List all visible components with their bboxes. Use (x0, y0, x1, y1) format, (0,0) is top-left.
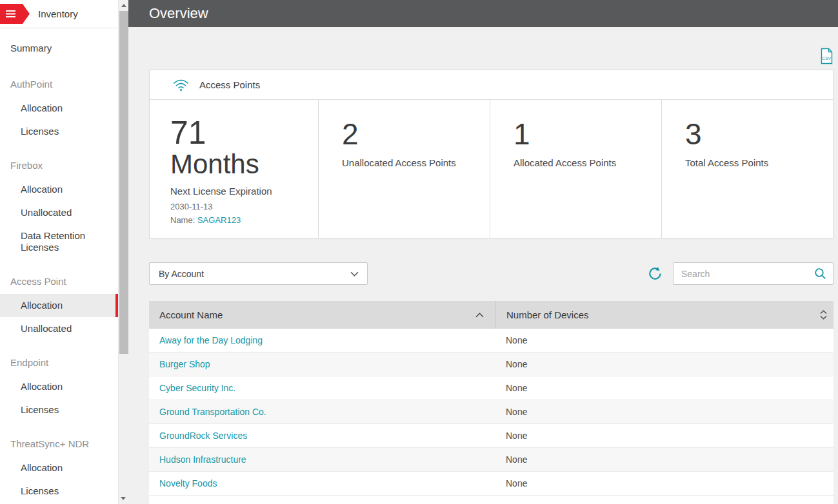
sidebar: Inventory Summary AuthPoint Allocation (0, 0, 128, 504)
account-name-cell: Ground Transportation Co. (149, 407, 495, 417)
sidebar-item[interactable]: Licenses (0, 480, 118, 503)
sidebar-item[interactable]: Allocation (0, 294, 118, 317)
account-link[interactable]: Cyber Security Inc. (159, 383, 235, 393)
sidebar-item-label: Licenses (21, 126, 59, 137)
content: CSV Access Points 71 (128, 27, 838, 504)
sidebar-item[interactable]: Allocation (0, 97, 118, 120)
chevron-down-icon (350, 271, 359, 276)
table-row: Burger Shop None (149, 353, 833, 376)
account-name-cell: Cyber Security Inc. (149, 383, 495, 393)
table-header-row: Account Name Number of Devices (149, 301, 833, 329)
access-points-card: Access Points 71 Months Next License Exp… (149, 70, 833, 238)
sidebar-item-label: Licenses (21, 404, 59, 415)
sidebar-item: ThreatSync+ NDR (0, 432, 118, 456)
sort-asc-icon (475, 313, 484, 318)
table-row: GroundRock Services None (149, 424, 833, 448)
table-row: Hudson Infrastructure None (149, 448, 833, 472)
sidebar-item[interactable]: Allocation (0, 456, 118, 480)
account-link[interactable]: Novelty Foods (159, 478, 217, 489)
device-count-cell: None (495, 383, 833, 393)
device-count-cell: None (495, 335, 833, 345)
account-name-cell: Away for the Day Lodging (149, 335, 495, 345)
svg-text:CSV: CSV (823, 56, 832, 61)
sidebar-item-label: Endpoint (10, 357, 48, 368)
stat-value: 3 (685, 118, 817, 151)
sidebar-item[interactable]: Allocation (0, 178, 118, 201)
table-row: Cyber Security Inc. None (149, 376, 833, 400)
device-count-cell: None (495, 407, 833, 417)
sidebar-nav: Summary AuthPoint Allocation Licenses (0, 28, 118, 503)
group-by-dropdown[interactable]: By Account (149, 262, 368, 285)
sidebar-item[interactable]: Licenses (0, 120, 118, 143)
sidebar-item[interactable]: Licenses (0, 398, 118, 422)
sidebar-item-label: AuthPoint (10, 79, 52, 90)
scroll-down-icon[interactable] (121, 497, 126, 500)
page-title: Overview (149, 5, 208, 22)
sidebar-item-label: Data Retention Licenses (21, 230, 85, 253)
sidebar-item[interactable]: Data Retention Licenses (0, 224, 118, 259)
group-by-selected: By Account (159, 269, 204, 279)
sidebar-header: Inventory (0, 0, 118, 28)
page-header: Overview (128, 0, 838, 27)
refresh-button[interactable] (648, 266, 663, 281)
table-body: Away for the Day Lodging None Burger Sho… (149, 329, 833, 496)
sidebar-item-label: Allocation (21, 184, 63, 195)
expiration-unit: Months (170, 150, 303, 179)
table-row: Novelty Foods None (149, 472, 833, 496)
sidebar-item-label: Allocation (21, 102, 63, 113)
account-name-cell: Novelty Foods (149, 478, 495, 489)
sidebar-item-label: Licenses (21, 485, 59, 496)
sidebar-item-label: Unallocated (21, 207, 72, 218)
scroll-up-icon[interactable] (121, 4, 126, 7)
account-link[interactable]: Hudson Infrastructure (159, 454, 246, 465)
export-csv-button[interactable]: CSV (820, 48, 833, 64)
csv-file-icon: CSV (820, 48, 833, 64)
column-label: Account Name (159, 309, 223, 320)
license-expiration-panel: 71 Months Next License Expiration 2030-1… (150, 100, 318, 238)
sidebar-item-label: Summary (10, 43, 52, 53)
account-link[interactable]: Away for the Day Lodging (159, 335, 263, 345)
expiration-date: 2030-11-13 (170, 202, 303, 211)
menu-button[interactable] (0, 4, 30, 24)
account-link[interactable]: GroundRock Services (159, 431, 247, 441)
stat-value: 1 (514, 118, 646, 151)
device-name-label: Name: (170, 215, 195, 225)
stat-panel: 1 Allocated Access Points (490, 100, 661, 238)
search-box (673, 262, 833, 285)
stat-label: Allocated Access Points (514, 157, 646, 168)
search-icon[interactable] (814, 267, 826, 280)
hamburger-icon (5, 10, 16, 18)
table-column-header[interactable]: Number of Devices (495, 301, 833, 329)
sort-icon (820, 310, 827, 320)
sidebar-item: Firebox (0, 153, 118, 178)
sidebar-item: Access Point (0, 269, 118, 294)
sidebar-item-label: Allocation (21, 300, 63, 311)
sidebar-item: Endpoint (0, 351, 118, 375)
sidebar-item[interactable]: Summary (0, 35, 118, 62)
sidebar-scrollbar[interactable] (118, 0, 128, 504)
table-column-header[interactable]: Account Name (149, 301, 495, 329)
search-input[interactable] (673, 269, 814, 279)
device-name-link[interactable]: SAGAR123 (197, 215, 241, 225)
device-count-cell: None (495, 478, 833, 489)
sidebar-item: AuthPoint (0, 72, 118, 97)
device-count-cell: None (495, 454, 833, 465)
column-label: Number of Devices (506, 309, 589, 320)
account-link[interactable]: Burger Shop (159, 359, 210, 369)
device-count-cell: None (495, 431, 833, 441)
sidebar-item[interactable]: Unallocated (0, 317, 118, 340)
scrollbar-thumb[interactable] (119, 11, 128, 354)
card-title: Access Points (199, 79, 260, 90)
expiration-value: 71 (170, 117, 303, 150)
sidebar-item-label: Unallocated (21, 323, 72, 334)
app-window: Inventory Summary AuthPoint Allocation (0, 0, 838, 504)
refresh-icon (648, 266, 663, 281)
stat-label: Total Access Points (685, 157, 817, 168)
sidebar-item[interactable]: Allocation (0, 375, 118, 398)
sidebar-item[interactable]: Unallocated (0, 201, 118, 224)
expiration-label: Next License Expiration (170, 186, 303, 197)
sidebar-item-label: Allocation (21, 381, 63, 392)
account-link[interactable]: Ground Transportation Co. (159, 407, 266, 417)
wifi-icon (173, 79, 189, 92)
accounts-table: Account Name Number of Devices (149, 301, 833, 504)
